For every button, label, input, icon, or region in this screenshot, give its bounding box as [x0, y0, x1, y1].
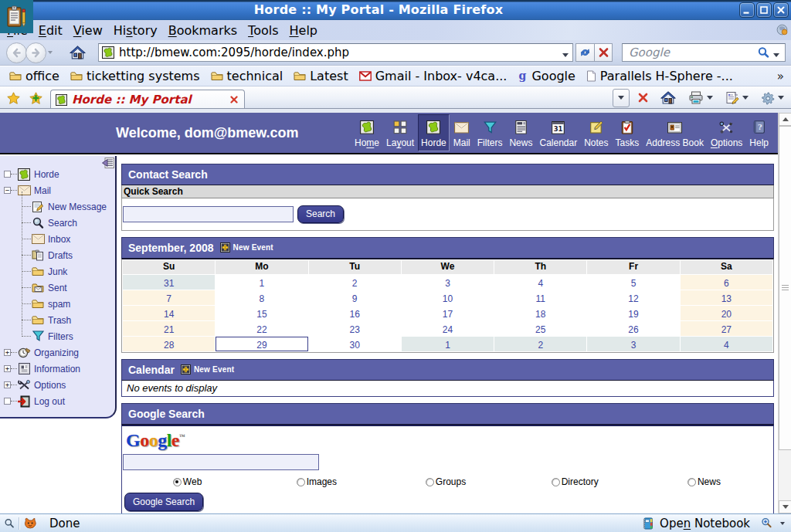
maximize-button[interactable]	[756, 2, 772, 18]
minimize-button[interactable]	[739, 2, 755, 18]
google-search-button[interactable]: Google Search	[124, 493, 203, 511]
bookmark-latest[interactable]: Latest	[289, 67, 352, 85]
app-notes[interactable]: Notes	[581, 114, 611, 151]
calendar-day-link[interactable]: 17	[443, 309, 453, 320]
calendar-day-link[interactable]: 11	[536, 293, 545, 304]
google-search-input[interactable]	[123, 454, 319, 470]
menu-help[interactable]: Help	[284, 21, 323, 40]
scroll-up-button[interactable]	[779, 113, 791, 126]
print-dropdown-caret-icon[interactable]	[707, 96, 713, 100]
calendar-day-link[interactable]: 1	[260, 278, 265, 289]
status-fox-extension-icon[interactable]	[19, 514, 41, 532]
close-tab-button[interactable]	[636, 91, 650, 104]
bookmark-gmail[interactable]: Gmail - Inbox- v4ca...	[355, 67, 512, 85]
sidebar-item-options[interactable]: +Options	[0, 377, 115, 393]
settings-gear-button[interactable]	[759, 90, 786, 107]
bookmark-google[interactable]: gGoogle	[513, 67, 579, 85]
url-dropdown-icon[interactable]	[559, 46, 571, 60]
calendar-day-link[interactable]: 21	[164, 324, 174, 335]
tree-expand-toggle[interactable]: +	[4, 349, 11, 356]
status-search-box[interactable]	[0, 514, 19, 532]
radio-web[interactable]: Web	[123, 476, 252, 487]
back-button[interactable]	[6, 42, 27, 63]
calendar-day-link[interactable]: 14	[164, 309, 174, 320]
radio-circle-icon[interactable]	[297, 478, 305, 486]
calendar-day-link[interactable]: 19	[628, 309, 638, 320]
sidebar-item-horde[interactable]: Horde	[0, 166, 115, 182]
app-tasks[interactable]: Tasks	[613, 114, 643, 151]
scroll-down-button[interactable]	[779, 500, 791, 513]
app-home[interactable]: Home	[351, 114, 382, 151]
calendar-day-link[interactable]: 7	[166, 293, 171, 304]
print-button[interactable]	[686, 90, 715, 106]
app-help[interactable]: ?Help	[746, 114, 772, 151]
calendar-day-link[interactable]: 29	[256, 340, 266, 351]
sidebar-item-trash[interactable]: Trash	[0, 312, 115, 328]
radio-circle-icon[interactable]	[552, 478, 560, 486]
calendar-day-link[interactable]: 4	[724, 340, 729, 351]
menu-bookmarks[interactable]: Bookmarks	[163, 21, 243, 40]
home-button[interactable]	[70, 46, 86, 59]
app-launcher-clipboard-icon[interactable]	[0, 0, 33, 33]
edit-dropdown-caret-icon[interactable]	[742, 96, 749, 100]
search-placeholder[interactable]: Google	[629, 46, 757, 59]
menu-tools[interactable]: Tools	[243, 21, 283, 40]
radio-images[interactable]: Images	[252, 476, 381, 487]
scrollbar-thumb[interactable]	[779, 126, 791, 450]
calendar-day-link[interactable]: 25	[535, 324, 545, 335]
calendar-day-link[interactable]: 22	[256, 324, 266, 335]
stop-button[interactable]	[594, 43, 613, 62]
bookmark-technical[interactable]: technical	[206, 67, 288, 85]
app-calendar[interactable]: 31Calendar	[536, 114, 580, 151]
calendar-day-link[interactable]: 10	[443, 293, 453, 304]
calendar-day-link[interactable]: 2	[352, 278, 358, 289]
sidebar-item-filters[interactable]: Filters	[0, 328, 115, 344]
new-event-icon[interactable]	[220, 242, 230, 252]
calendar-day-link[interactable]: 23	[350, 324, 360, 335]
bookmark-office[interactable]: office	[5, 67, 64, 85]
search-engine-dropdown-icon[interactable]	[770, 46, 783, 60]
bookmark-ticketting[interactable]: ticketting systems	[66, 67, 205, 85]
radio-directory[interactable]: Directory	[511, 476, 640, 487]
calendar-day-link[interactable]: 8	[260, 293, 265, 304]
calendar-day-link[interactable]: 3	[631, 340, 637, 351]
sidebar-item-drafts[interactable]: Drafts	[0, 247, 115, 263]
radio-circle-icon[interactable]	[426, 478, 434, 486]
calendar-day-link[interactable]: 2	[538, 340, 543, 351]
new-event-icon[interactable]	[181, 364, 191, 374]
calendar-day-link[interactable]: 30	[350, 340, 360, 351]
contact-search-input[interactable]	[123, 206, 294, 222]
tab-close-icon[interactable]	[229, 94, 239, 105]
url-bar[interactable]: http://bmew.com:2095/horde/index.php	[98, 43, 573, 62]
app-news[interactable]: News	[506, 114, 535, 151]
radio-circle-icon[interactable]	[687, 478, 696, 486]
calendar-day-link[interactable]: 3	[445, 278, 450, 289]
calendar-day-link[interactable]: 20	[721, 309, 732, 320]
new-event-link[interactable]: New Event	[233, 243, 273, 252]
calendar-day-link[interactable]: 4	[538, 278, 543, 289]
sidebar-item-sent[interactable]: Sent	[0, 280, 115, 296]
sidebar-item-log-out[interactable]: Log out	[0, 393, 115, 409]
app-filters[interactable]: Filters	[474, 114, 506, 151]
tree-expand-toggle[interactable]: +	[4, 365, 11, 372]
calendar-day-link[interactable]: 13	[721, 293, 732, 304]
menu-history[interactable]: History	[108, 21, 163, 40]
zoom-dropdown-icon[interactable]	[780, 522, 785, 525]
sidebar-item-information[interactable]: +Information	[0, 361, 115, 377]
app-options[interactable]: Options	[708, 114, 745, 151]
close-button[interactable]	[773, 2, 789, 18]
sidebar-item-spam[interactable]: spam	[0, 296, 115, 312]
menu-edit[interactable]: Edit	[33, 21, 68, 40]
radio-circle-icon[interactable]	[173, 478, 182, 486]
history-dropdown-icon[interactable]	[48, 51, 53, 54]
edit-page-button[interactable]	[723, 90, 751, 107]
calendar-day-link[interactable]: 24	[443, 324, 453, 335]
notebook-icon[interactable]	[642, 517, 654, 530]
list-all-tabs-button[interactable]	[613, 89, 630, 107]
sidebar-item-junk[interactable]: Junk	[0, 263, 115, 280]
sidebar-item-new-message[interactable]: New Message	[0, 198, 115, 215]
web-search-box[interactable]: Google	[622, 43, 786, 62]
contact-search-button[interactable]: Search	[297, 205, 344, 223]
window-titlebar[interactable]: Horde :: My Portal - Mozilla Firefox	[0, 0, 791, 20]
calendar-day-link[interactable]: 12	[628, 293, 638, 304]
